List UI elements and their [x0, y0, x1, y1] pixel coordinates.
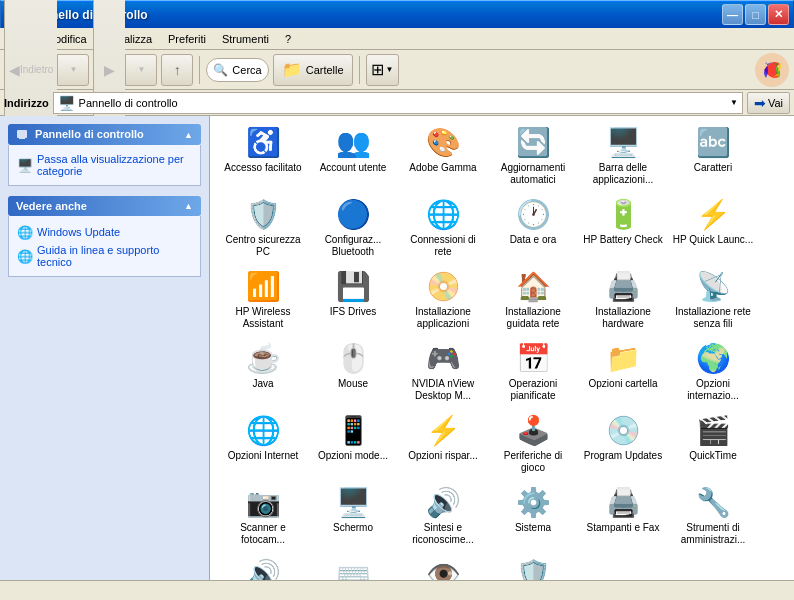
icon-label-21: Operazioni pianificate: [492, 378, 574, 402]
icon-img-0: ♿: [247, 126, 279, 158]
icon-item-8[interactable]: 🌐Connessioni di rete: [398, 192, 488, 264]
sidebar-link-categories[interactable]: 🖥️ Passa alla visualizzazione per catego…: [17, 151, 192, 179]
menu-help[interactable]: ?: [277, 31, 299, 47]
icon-item-33[interactable]: ⚙️Sistema: [488, 480, 578, 552]
icon-label-10: HP Battery Check: [583, 234, 662, 246]
separator-1: [199, 56, 200, 84]
icon-item-25[interactable]: 📱Opzioni mode...: [308, 408, 398, 480]
folder-icon: 📁: [282, 60, 302, 79]
icon-img-19: 🖱️: [337, 342, 369, 374]
sidebar-section-title-2: Vedere anche: [16, 200, 87, 212]
icon-item-4[interactable]: 🖥️Barra delle applicazioni...: [578, 120, 668, 192]
icon-img-6: 🛡️: [247, 198, 279, 230]
icon-item-24[interactable]: 🌐Opzioni Internet: [218, 408, 308, 480]
icon-img-34: 🖨️: [607, 486, 639, 518]
back-dropdown-button[interactable]: ▼: [57, 54, 89, 86]
icon-img-1: 👥: [337, 126, 369, 158]
icon-item-35[interactable]: 🔧Strumenti di amministrazi...: [668, 480, 758, 552]
icon-item-39[interactable]: 🛡️Windows Firewall: [488, 552, 578, 580]
icon-item-37[interactable]: ⌨️Tastiera: [308, 552, 398, 580]
icon-label-22: Opzioni cartella: [589, 378, 658, 390]
icon-img-29: 🎬: [697, 414, 729, 446]
icon-img-22: 📁: [607, 342, 639, 374]
icon-label-35: Strumenti di amministrazi...: [672, 522, 754, 546]
search-box[interactable]: 🔍 Cerca: [206, 58, 268, 82]
address-dropdown-arrow[interactable]: ▼: [730, 98, 738, 107]
sidebar-section-header-2[interactable]: Vedere anche ▲: [8, 196, 201, 216]
icon-item-31[interactable]: 🖥️Schermo: [308, 480, 398, 552]
icon-item-10[interactable]: 🔋HP Battery Check: [578, 192, 668, 264]
icon-item-7[interactable]: 🔵Configuraz... Bluetooth: [308, 192, 398, 264]
icon-img-21: 📅: [517, 342, 549, 374]
address-box[interactable]: 🖥️ Pannello di controllo ▼: [53, 92, 743, 114]
icon-item-38[interactable]: 👁️Viewpoint: [398, 552, 488, 580]
icon-item-12[interactable]: 📶HP Wireless Assistant: [218, 264, 308, 336]
icon-img-18: ☕: [247, 342, 279, 374]
icon-item-11[interactable]: ⚡HP Quick Launc...: [668, 192, 758, 264]
icon-item-2[interactable]: 🎨Adobe Gamma: [398, 120, 488, 192]
icon-img-11: ⚡: [697, 198, 729, 230]
icon-item-17[interactable]: 📡Installazione rete senza fili: [668, 264, 758, 336]
go-button[interactable]: ➡ Vai: [747, 92, 790, 114]
icon-item-26[interactable]: ⚡Opzioni rispar...: [398, 408, 488, 480]
icon-label-15: Installazione guidata rete: [492, 306, 574, 330]
icon-item-32[interactable]: 🔊Sintesi e riconoscime...: [398, 480, 488, 552]
icon-item-3[interactable]: 🔄Aggiornamenti automatici: [488, 120, 578, 192]
menu-strumenti[interactable]: Strumenti: [214, 31, 277, 47]
icon-item-29[interactable]: 🎬QuickTime: [668, 408, 758, 480]
icon-item-14[interactable]: 📀Installazione applicazioni: [398, 264, 488, 336]
menu-preferiti[interactable]: Preferiti: [160, 31, 214, 47]
up-button[interactable]: ↑: [161, 54, 193, 86]
icon-item-13[interactable]: 💾IFS Drives: [308, 264, 398, 336]
icon-label-4: Barra delle applicazioni...: [582, 162, 664, 186]
icon-img-26: ⚡: [427, 414, 459, 446]
icon-img-25: 📱: [337, 414, 369, 446]
minimize-button[interactable]: —: [722, 4, 743, 25]
icon-item-15[interactable]: 🏠Installazione guidata rete: [488, 264, 578, 336]
icon-item-0[interactable]: ♿Accesso facilitato: [218, 120, 308, 192]
icon-label-25: Opzioni mode...: [318, 450, 388, 462]
icon-item-27[interactable]: 🕹️Periferiche di gioco: [488, 408, 578, 480]
icon-label-12: HP Wireless Assistant: [222, 306, 304, 330]
icon-item-18[interactable]: ☕Java: [218, 336, 308, 408]
icon-item-28[interactable]: 💿Program Updates: [578, 408, 668, 480]
search-label: Cerca: [232, 64, 261, 76]
icon-item-22[interactable]: 📁Opzioni cartella: [578, 336, 668, 408]
sidebar-link-label-update: Windows Update: [37, 226, 120, 238]
sidebar-link-help[interactable]: 🌐 Guida in linea e supporto tecnico: [17, 242, 192, 270]
icon-label-23: Opzioni internazio...: [672, 378, 754, 402]
folders-button[interactable]: 📁 Cartelle: [273, 54, 353, 86]
icon-img-36: 🔊: [247, 558, 279, 580]
sidebar-link-windows-update[interactable]: 🌐 Windows Update: [17, 222, 192, 242]
forward-dropdown-button[interactable]: ▼: [125, 54, 157, 86]
icon-img-39: 🛡️: [517, 558, 549, 580]
close-button[interactable]: ✕: [768, 4, 789, 25]
icon-item-19[interactable]: 🖱️Mouse: [308, 336, 398, 408]
sidebar-section-header-1[interactable]: Pannello di controllo ▲: [8, 124, 201, 145]
address-label: Indirizzo: [4, 97, 49, 109]
icon-item-5[interactable]: 🔤Caratteri: [668, 120, 758, 192]
icon-item-30[interactable]: 📷Scanner e fotocam...: [218, 480, 308, 552]
icon-item-23[interactable]: 🌍Opzioni internazio...: [668, 336, 758, 408]
icon-item-9[interactable]: 🕐Data e ora: [488, 192, 578, 264]
icon-img-32: 🔊: [427, 486, 459, 518]
icon-item-20[interactable]: 🎮NVIDIA nView Desktop M...: [398, 336, 488, 408]
icon-item-6[interactable]: 🛡️Centro sicurezza PC: [218, 192, 308, 264]
sidebar-link-icon-1: 🖥️: [17, 157, 33, 173]
icon-label-28: Program Updates: [584, 450, 662, 462]
icon-label-19: Mouse: [338, 378, 368, 390]
icon-item-34[interactable]: 🖨️Stampanti e Fax: [578, 480, 668, 552]
icon-item-1[interactable]: 👥Account utente: [308, 120, 398, 192]
icon-label-33: Sistema: [515, 522, 551, 534]
icon-label-24: Opzioni Internet: [228, 450, 299, 462]
sidebar-section-title-1: Pannello di controllo: [16, 128, 144, 141]
sidebar-section-see-also: Vedere anche ▲ 🌐 Windows Update 🌐 Guida …: [8, 196, 201, 277]
icon-item-21[interactable]: 📅Operazioni pianificate: [488, 336, 578, 408]
view-button[interactable]: ⊞ ▼: [366, 54, 399, 86]
icon-item-36[interactable]: 🔊Suoni e periferici...: [218, 552, 308, 580]
maximize-button[interactable]: □: [745, 4, 766, 25]
icon-img-13: 💾: [337, 270, 369, 302]
icon-img-2: 🎨: [427, 126, 459, 158]
icon-item-16[interactable]: 🖨️Installazione hardware: [578, 264, 668, 336]
icon-img-30: 📷: [247, 486, 279, 518]
